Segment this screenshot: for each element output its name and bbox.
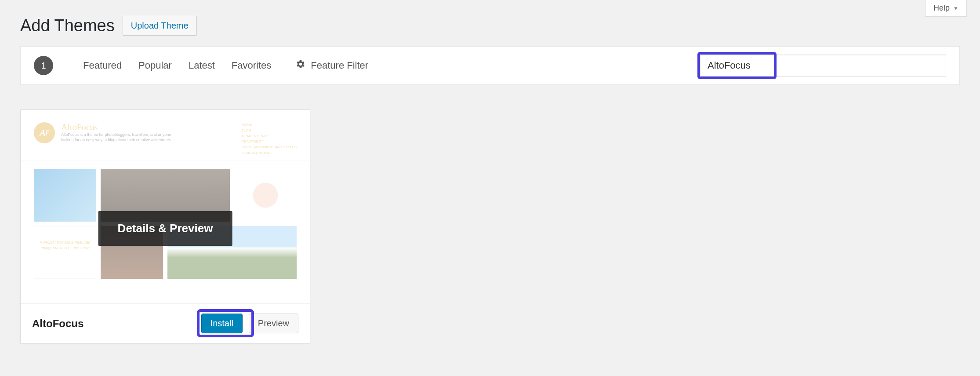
filter-popular[interactable]: Popular xyxy=(138,60,172,71)
preview-button[interactable]: Preview xyxy=(249,314,298,333)
help-tab[interactable]: Help ▼ xyxy=(925,0,967,17)
thumb-desc: AltoFocus is a theme for photobloggers, … xyxy=(61,132,175,142)
help-label: Help xyxy=(933,4,950,13)
thumb-menu: HOME BLOG A PARENT PAGE READABILITY IMAG… xyxy=(241,122,297,156)
thumb-menu-item: BLOG xyxy=(241,128,297,134)
feature-filter-label: Feature Filter xyxy=(311,60,368,71)
details-preview-button[interactable]: Details & Preview xyxy=(98,211,232,246)
gallery-tile xyxy=(34,169,96,222)
page-header: Add Themes Upload Theme xyxy=(0,0,980,46)
theme-name: AltoFocus xyxy=(32,318,83,330)
search-wrap xyxy=(700,55,946,77)
feature-filter-button[interactable]: Feature Filter xyxy=(296,59,368,72)
thumb-menu-item: HOME xyxy=(241,122,297,128)
thumb-menu-item: IMAGE ALIGNMENT AND STYLES xyxy=(241,145,297,150)
result-count-badge: 1 xyxy=(34,56,53,75)
gear-icon xyxy=(296,59,305,72)
theme-logo: AF xyxy=(34,122,55,143)
theme-grid: AF AltoFocus AltoFocus is a theme for ph… xyxy=(0,85,980,368)
theme-search-input[interactable] xyxy=(700,55,946,77)
gallery-card-text: A Project Without a Featured Image MARCH… xyxy=(34,226,96,252)
gallery-tile xyxy=(234,169,297,222)
install-button[interactable]: Install xyxy=(201,314,243,333)
thumb-menu-item: HTML ELEMENTS xyxy=(241,150,297,156)
theme-thumbnail: AF AltoFocus AltoFocus is a theme for ph… xyxy=(21,110,310,303)
filter-favorites[interactable]: Favorites xyxy=(232,60,271,71)
theme-card[interactable]: AF AltoFocus AltoFocus is a theme for ph… xyxy=(20,110,310,343)
filter-featured[interactable]: Featured xyxy=(83,60,122,71)
gallery-tile: A Project Without a Featured Image MARCH… xyxy=(34,226,96,279)
filter-bar: 1 Featured Popular Latest Favorites Feat… xyxy=(20,46,960,85)
theme-footer: AltoFocus Install Preview xyxy=(21,303,310,343)
thumb-menu-item: A PARENT PAGE xyxy=(241,134,297,139)
upload-theme-button[interactable]: Upload Theme xyxy=(123,16,197,36)
chevron-down-icon: ▼ xyxy=(953,5,958,11)
thumb-menu-item: READABILITY xyxy=(241,139,297,145)
filter-latest[interactable]: Latest xyxy=(189,60,215,71)
thumb-title: AltoFocus xyxy=(61,122,175,132)
page-title: Add Themes xyxy=(20,16,115,35)
